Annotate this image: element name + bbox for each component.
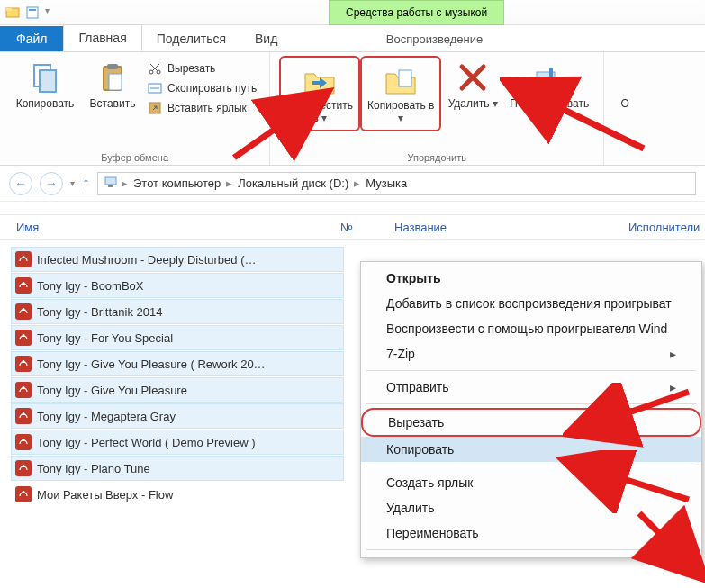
address-bar[interactable]: ▸ Этот компьютер ▸ Локальный диск (D:) ▸… bbox=[97, 172, 696, 195]
file-row[interactable]: Tony Igy - Give You Pleasure ( Rework 20… bbox=[11, 351, 344, 376]
svg-point-18 bbox=[23, 256, 25, 258]
rename-icon bbox=[533, 61, 565, 94]
partial-label: О bbox=[621, 97, 629, 110]
copy-path-button[interactable]: Скопировать путь bbox=[148, 81, 257, 95]
app-icon bbox=[5, 5, 20, 20]
file-name: Tony Igy - BoomBoX bbox=[37, 279, 144, 293]
paste-shortcut-label: Вставить ярлык bbox=[167, 102, 247, 114]
folder-copy-icon bbox=[383, 63, 419, 99]
tab-share[interactable]: Поделиться bbox=[142, 26, 240, 51]
ctx-separator bbox=[366, 370, 696, 371]
shortcut-icon bbox=[148, 101, 162, 115]
audio-file-icon bbox=[15, 251, 32, 267]
tab-playback[interactable]: Воспроизведение bbox=[329, 27, 540, 51]
contextual-tab-header: Средства работы с музыкой bbox=[329, 0, 504, 25]
col-header-title[interactable]: Название bbox=[394, 221, 628, 234]
file-row[interactable]: Tony Igy - BoomBoX bbox=[11, 273, 344, 298]
copy-label: Копировать bbox=[16, 97, 75, 110]
back-button[interactable]: ← bbox=[9, 172, 32, 195]
svg-rect-2 bbox=[27, 7, 38, 18]
file-row[interactable]: Tony Igy - For You Special bbox=[11, 325, 344, 350]
rename-button[interactable]: Переименовать bbox=[504, 56, 594, 115]
file-name: Мои Ракеты Вверх - Flow bbox=[37, 488, 173, 502]
file-name: Tony Igy - For You Special bbox=[37, 331, 173, 345]
ctx-delete[interactable]: Удалить bbox=[361, 495, 701, 520]
tab-file[interactable]: Файл bbox=[0, 26, 63, 51]
file-name: Tony Igy - Brittanik 2014 bbox=[37, 305, 162, 319]
folder-move-icon bbox=[302, 63, 338, 99]
contextual-tab-title: Средства работы с музыкой bbox=[346, 6, 487, 19]
clipboard-group-label: Буфер обмена bbox=[9, 150, 260, 163]
svg-point-21 bbox=[23, 334, 25, 337]
ctx-create-shortcut[interactable]: Создать ярлык bbox=[361, 470, 701, 495]
delete-button[interactable]: Удалить bbox=[441, 56, 504, 115]
paste-icon bbox=[96, 61, 129, 94]
col-header-artist[interactable]: Исполнители bbox=[628, 221, 705, 234]
file-row[interactable]: Tony Igy - Brittanik 2014 bbox=[11, 299, 344, 324]
partial-button[interactable]: О bbox=[613, 56, 637, 115]
path-icon bbox=[148, 81, 162, 95]
rename-label: Переименовать bbox=[510, 97, 589, 110]
ctx-copy[interactable]: Копировать bbox=[361, 437, 701, 462]
move-to-label: Переместить в bbox=[283, 99, 357, 124]
ctx-open[interactable]: Открыть bbox=[361, 266, 701, 291]
ctx-separator bbox=[366, 466, 696, 466]
ctx-send-to[interactable]: Отправить bbox=[361, 375, 701, 400]
file-row[interactable]: Tony Igy - Give You Pleasure bbox=[11, 377, 344, 403]
col-header-name[interactable]: Имя bbox=[16, 221, 340, 234]
ctx-rename[interactable]: Переименовать bbox=[361, 520, 701, 546]
audio-file-icon bbox=[15, 303, 32, 320]
tab-view[interactable]: Вид bbox=[240, 26, 292, 51]
up-button[interactable]: ↑ bbox=[82, 174, 90, 193]
history-dropdown-icon[interactable]: ▾ bbox=[70, 178, 75, 188]
crumb-disk-d[interactable]: Локальный диск (D:) bbox=[236, 176, 350, 190]
copy-icon bbox=[29, 61, 61, 94]
copy-button[interactable]: Копировать bbox=[9, 56, 81, 115]
file-row[interactable]: Infected Mushroom - Deeply Disturbed (… bbox=[11, 247, 344, 272]
audio-file-icon bbox=[15, 356, 32, 372]
file-row[interactable]: Tony Igy - Perfect World ( Demo Preview … bbox=[11, 430, 344, 455]
forward-button[interactable]: → bbox=[40, 172, 63, 195]
svg-point-19 bbox=[23, 282, 25, 285]
ctx-separator bbox=[366, 549, 696, 550]
list-column-headers: Имя № Название Исполнители bbox=[0, 214, 705, 240]
paste-shortcut-button[interactable]: Вставить ярлык bbox=[148, 101, 257, 115]
crumb-this-pc[interactable]: Этот компьютер bbox=[131, 176, 222, 190]
file-row[interactable]: Tony Igy - Piano Tune bbox=[11, 456, 344, 481]
ctx-play-with[interactable]: Воспроизвести с помощью проигрывателя Wi… bbox=[361, 316, 701, 341]
file-row[interactable]: Tony Igy - Megaptera Gray bbox=[11, 403, 344, 429]
file-row[interactable]: Мои Ракеты Вверх - Flow bbox=[11, 482, 344, 507]
qat-properties-icon[interactable] bbox=[25, 5, 40, 20]
ctx-add-playlist[interactable]: Добавить в список воспроизведения проигр… bbox=[361, 291, 701, 316]
file-name: Tony Igy - Give You Pleasure ( Rework 20… bbox=[37, 357, 266, 371]
svg-rect-17 bbox=[108, 185, 113, 187]
paste-label: Вставить bbox=[90, 97, 136, 110]
cut-label: Вырезать bbox=[167, 62, 215, 75]
svg-point-22 bbox=[23, 360, 25, 363]
svg-rect-15 bbox=[549, 68, 553, 88]
cut-button[interactable]: Вырезать bbox=[148, 61, 257, 76]
svg-point-26 bbox=[23, 465, 25, 467]
ribbon-group-clipboard: Копировать Вставить Вырезать bbox=[0, 52, 270, 165]
context-menu: Открыть Добавить в список воспроизведени… bbox=[360, 261, 702, 558]
move-to-button[interactable]: Переместить в bbox=[279, 56, 360, 131]
ctx-cut[interactable]: Вырезать bbox=[361, 408, 701, 437]
col-header-number[interactable]: № bbox=[340, 221, 394, 234]
audio-file-icon bbox=[15, 486, 32, 502]
copy-to-button[interactable]: Копировать в bbox=[360, 56, 441, 131]
tab-home[interactable]: Главная bbox=[63, 24, 141, 51]
svg-point-24 bbox=[23, 412, 25, 415]
audio-file-icon bbox=[15, 277, 32, 294]
crumb-music[interactable]: Музыка bbox=[364, 176, 409, 190]
audio-file-icon bbox=[15, 434, 32, 450]
svg-point-23 bbox=[23, 386, 25, 389]
breadcrumb-sep: ▸ bbox=[354, 176, 360, 190]
svg-rect-1 bbox=[6, 8, 12, 11]
ctx-7zip[interactable]: 7-Zip bbox=[361, 341, 701, 366]
qat-dropdown-icon[interactable]: ▾ bbox=[45, 5, 59, 20]
svg-rect-7 bbox=[107, 64, 118, 69]
audio-file-icon bbox=[15, 408, 32, 424]
file-name: Tony Igy - Give You Pleasure bbox=[37, 384, 187, 397]
paste-button[interactable]: Вставить bbox=[81, 56, 144, 115]
copy-to-label: Копировать в bbox=[364, 99, 438, 124]
